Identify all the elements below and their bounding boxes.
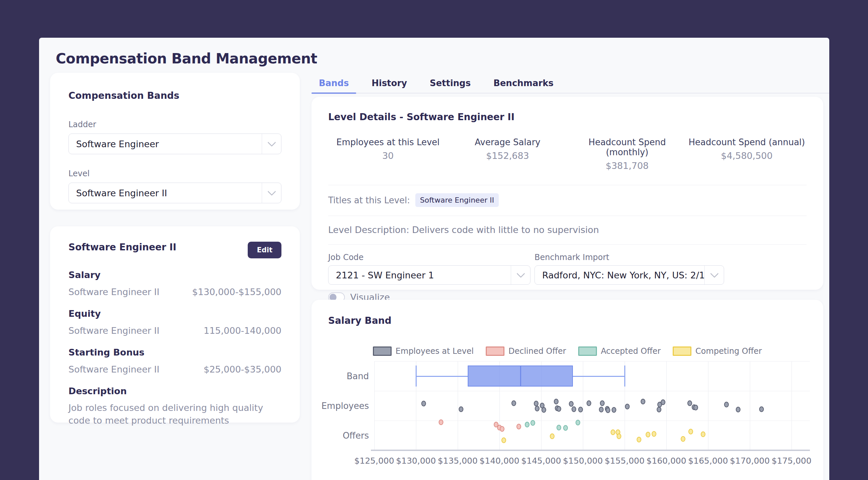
employee-dot [459, 406, 463, 412]
declined-offer-dot [500, 426, 504, 431]
benchmark-import-label: Benchmark Import [534, 253, 724, 262]
level-description: Level Description: Delivers code with li… [328, 225, 807, 235]
gridline [750, 361, 750, 450]
competing-offer-dot [617, 433, 621, 439]
competing-offer-dot [637, 437, 641, 442]
edit-button[interactable]: Edit [248, 242, 281, 258]
band-section-name: Software Engineer II [68, 287, 159, 297]
gridline [374, 361, 810, 361]
declined-offer-dot [439, 419, 443, 425]
employee-dot [535, 406, 539, 411]
band-section-label: Starting Bonus [68, 347, 281, 357]
divider [328, 185, 807, 185]
gridline [708, 361, 708, 450]
legend-label: Accepted Offer [601, 347, 661, 356]
employee-dot [606, 407, 610, 413]
legend-label: Competing Offer [695, 347, 762, 356]
chart-row-label-band: Band [311, 371, 369, 381]
employee-dot [657, 407, 661, 412]
competing-offer-dot [681, 436, 685, 442]
band-section-name: Software Engineer II [68, 364, 159, 375]
competing-offer-dot [688, 428, 693, 434]
title-badges: Software Engineer II [410, 193, 499, 207]
x-axis-tick-label: $135,000 [438, 456, 477, 466]
ladder-select-value: Software Engineer [76, 139, 262, 149]
legend-swatch [373, 347, 392, 356]
band-section: SalarySoftware Engineer II$130,000-$155,… [68, 270, 281, 297]
competing-offer-dot [646, 431, 650, 437]
x-axis-tick-label: $140,000 [479, 456, 519, 466]
tab-settings[interactable]: Settings [422, 73, 478, 93]
stat: Average Salary$152,683 [448, 137, 567, 171]
band-summary-card: Software Engineer II Edit SalarySoftware… [50, 226, 300, 423]
gridline [666, 361, 667, 450]
band-section-row: Software Engineer II$25,000-$35,000 [68, 364, 281, 375]
job-code-select[interactable]: 2121 - SW Engineer 1 [328, 265, 530, 285]
boxplot-whisker [416, 376, 468, 377]
legend-swatch [578, 347, 597, 356]
compensation-bands-card: Compensation Bands Ladder Software Engin… [50, 73, 300, 210]
band-sections: SalarySoftware Engineer II$130,000-$155,… [68, 270, 281, 375]
band-section-value: 115,000-140,000 [204, 325, 281, 336]
level-details-card: Level Details - Software Engineer II Emp… [311, 97, 823, 290]
salary-band-title: Salary Band [328, 315, 807, 326]
competing-offer-dot [611, 429, 615, 435]
main-panel: Compensation Band Management Compensatio… [39, 38, 829, 480]
level-select-value: Software Engineer II [76, 188, 262, 198]
chevron-down-icon [705, 266, 724, 284]
band-section-value: $130,000-$155,000 [192, 287, 281, 297]
accepted-offer-dot [563, 425, 568, 430]
legend-item: Declined Offer [486, 347, 566, 356]
boxplot-whisker [573, 376, 625, 377]
band-section-label: Equity [68, 309, 281, 319]
tab-benchmarks[interactable]: Benchmarks [486, 73, 561, 93]
ladder-select[interactable]: Software Engineer [68, 133, 281, 154]
x-axis-line [371, 450, 810, 451]
employee-dot [625, 404, 630, 409]
salary-band-chart: BandEmployeesOffers $125,000$130,000$135… [311, 361, 823, 468]
legend-swatch [486, 347, 504, 356]
x-axis-tick-label: $165,000 [688, 456, 728, 466]
description-label: Description [68, 386, 281, 396]
stat-label: Employees at this Level [328, 137, 448, 147]
divider [328, 244, 807, 245]
employee-dot [578, 407, 583, 412]
gridline [792, 361, 792, 450]
employee-dot [612, 407, 616, 413]
stat-value: $4,580,500 [687, 151, 807, 161]
band-section-name: Software Engineer II [68, 325, 159, 336]
gridline [374, 391, 810, 391]
band-section-label: Salary [68, 270, 281, 280]
competing-offer-dot [501, 437, 506, 443]
band-section-row: Software Engineer II115,000-140,000 [68, 325, 281, 336]
employee-dot [687, 400, 692, 406]
chevron-down-icon [262, 183, 281, 203]
divider [328, 216, 807, 216]
legend-item: Competing Offer [673, 347, 762, 356]
stats-row: Employees at this Level30Average Salary$… [328, 137, 807, 171]
employee-dot [759, 406, 764, 412]
boxplot-whisker-cap [624, 365, 625, 387]
x-axis-tick-label: $130,000 [396, 456, 436, 466]
employee-dot [641, 398, 645, 404]
salary-band-card: Salary Band Employees at LevelDeclined O… [311, 300, 823, 480]
tab-bar: BandsHistorySettingsBenchmarks [311, 73, 829, 93]
employee-dot [421, 401, 426, 406]
tab-history[interactable]: History [364, 73, 414, 93]
boxplot-median [520, 365, 521, 387]
employee-dot [541, 407, 546, 413]
accepted-offer-dot [576, 420, 580, 425]
legend-item: Accepted Offer [578, 347, 661, 356]
accepted-offer-dot [525, 422, 529, 427]
x-axis-tick-label: $160,000 [646, 456, 686, 466]
chevron-down-icon [511, 266, 530, 284]
level-select[interactable]: Software Engineer II [68, 183, 281, 203]
employee-dot [599, 407, 603, 412]
band-section: EquitySoftware Engineer II115,000-140,00… [68, 309, 281, 336]
employee-dot [724, 402, 729, 407]
competing-offer-dot [550, 433, 555, 439]
tab-bands[interactable]: Bands [311, 73, 356, 93]
stat: Employees at this Level30 [328, 137, 448, 171]
stat: Headcount Spend (annual)$4,580,500 [687, 137, 807, 171]
benchmark-import-select[interactable]: Radford, NYC: New York, NY, US: 2/13/202… [534, 265, 724, 285]
